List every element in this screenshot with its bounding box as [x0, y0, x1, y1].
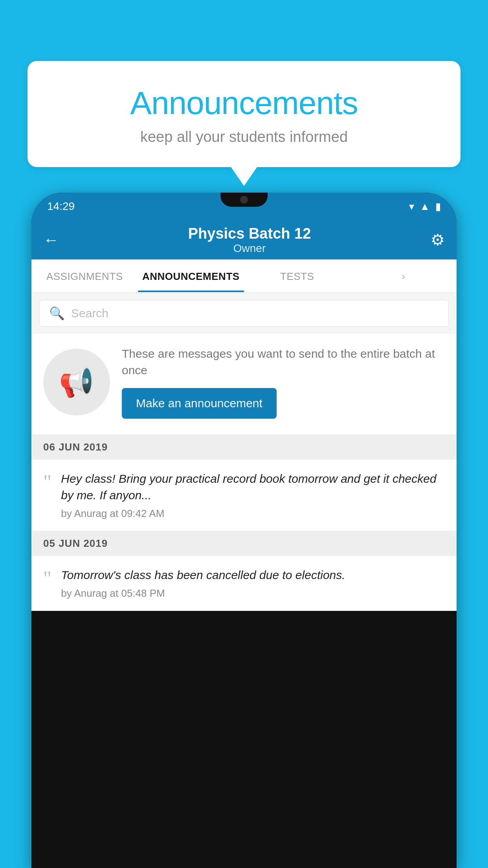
battery-icon: ▮	[435, 200, 441, 213]
announcement-text-1: Hey class! Bring your practical record b…	[61, 471, 445, 504]
app-bar-subtitle: Owner	[68, 242, 431, 255]
bubble-title: Announcements	[59, 85, 429, 121]
quote-icon-1: "	[43, 472, 51, 493]
phone-content: 🔍 Search 📢 These are messages you want t…	[31, 293, 457, 611]
settings-icon[interactable]: ⚙	[431, 231, 445, 249]
announcement-item-1: " Hey class! Bring your practical record…	[31, 460, 457, 531]
date-header-1: 06 JUN 2019	[31, 435, 457, 460]
status-bar: 14:29 ▾ ▲ ▮	[31, 193, 457, 220]
announcement-promo: 📢 These are messages you want to send to…	[31, 334, 457, 435]
announcement-text-2: Tomorrow's class has been cancelled due …	[61, 567, 345, 583]
make-announcement-button[interactable]: Make an announcement	[122, 388, 277, 419]
phone-frame: 14:29 ▾ ▲ ▮ ← Physics Batch 12 Owner ⚙ A…	[31, 193, 457, 868]
bubble-subtitle: keep all your students informed	[59, 129, 429, 145]
app-bar-title: Physics Batch 12	[68, 225, 431, 242]
tab-assignments[interactable]: ASSIGNMENTS	[31, 259, 138, 292]
megaphone-icon: 📢	[59, 366, 94, 399]
status-time: 14:29	[47, 200, 75, 213]
promo-icon-circle: 📢	[43, 349, 110, 416]
wifi-icon: ▾	[409, 200, 414, 213]
search-icon: 🔍	[49, 306, 65, 321]
search-placeholder: Search	[71, 307, 108, 320]
search-bar-wrap: 🔍 Search	[31, 293, 457, 334]
app-bar-title-area: Physics Batch 12 Owner	[68, 225, 431, 255]
notch	[220, 193, 268, 207]
tabs-bar: ASSIGNMENTS ANNOUNCEMENTS TESTS ›	[31, 259, 457, 293]
tab-more[interactable]: ›	[350, 259, 457, 292]
announcement-item-2: " Tomorrow's class has been cancelled du…	[31, 556, 457, 611]
app-bar: ← Physics Batch 12 Owner ⚙	[31, 220, 457, 259]
notch-camera	[240, 196, 248, 204]
back-button[interactable]: ←	[43, 231, 59, 249]
announcement-meta-2: by Anurag at 05:48 PM	[61, 587, 345, 600]
promo-text: These are messages you want to send to t…	[122, 346, 445, 379]
quote-icon-2: "	[43, 568, 51, 589]
tab-announcements[interactable]: ANNOUNCEMENTS	[138, 259, 244, 292]
speech-bubble-card: Announcements keep all your students inf…	[28, 61, 460, 167]
search-bar[interactable]: 🔍 Search	[39, 300, 449, 327]
date-header-2: 05 JUN 2019	[31, 531, 457, 556]
signal-icon: ▲	[420, 200, 430, 213]
tab-tests[interactable]: TESTS	[244, 259, 350, 292]
status-icons: ▾ ▲ ▮	[409, 200, 441, 213]
promo-right: These are messages you want to send to t…	[122, 346, 445, 419]
announcement-meta-1: by Anurag at 09:42 AM	[61, 508, 445, 520]
